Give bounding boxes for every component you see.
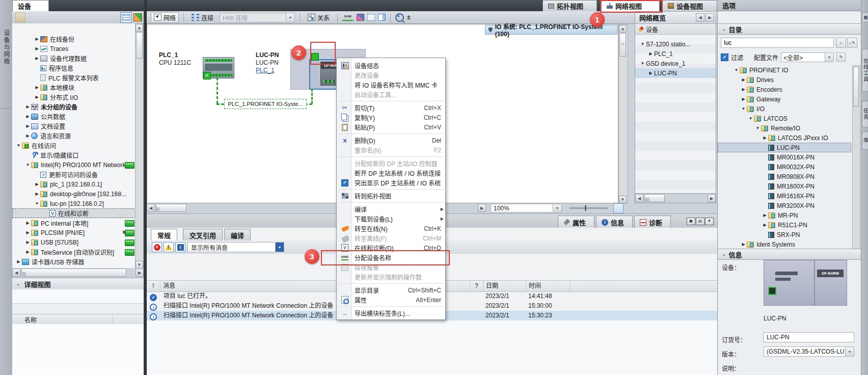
- scroll-left-button[interactable]: ◀: [635, 194, 643, 202]
- scroll-up-button[interactable]: ▲: [619, 25, 627, 33]
- overview-row-station[interactable]: ▼S7-1200 statio...: [635, 39, 716, 49]
- tab-diagnostics[interactable]: 诊断: [634, 216, 671, 228]
- catalog-remote-io[interactable]: ▼Remote/IO: [718, 123, 851, 133]
- catalog-encoders[interactable]: ▶Encoders: [718, 85, 851, 94]
- tree-item-teleservice[interactable]: ▶TeleService [自动协议识别]: [12, 247, 137, 257]
- catalog-luc-pn[interactable]: LUC-PN: [718, 143, 851, 152]
- column-exclamation[interactable]: !: [147, 281, 160, 291]
- scroll-thumb[interactable]: [619, 33, 626, 57]
- scroll-right-button[interactable]: ▶: [478, 204, 486, 212]
- tab-info[interactable]: i 信息: [596, 216, 633, 228]
- zoom-fit-icon[interactable]: ±: [407, 14, 411, 21]
- tree-item-local-modules[interactable]: ▶本地模块: [12, 83, 137, 92]
- scroll-right-button[interactable]: ▶: [135, 269, 144, 277]
- tree-item-pc-internal[interactable]: ▶PC internal [本地]: [12, 218, 137, 228]
- fit-to-view-icon[interactable]: [613, 203, 623, 213]
- hmi-connection-select[interactable]: HMI 连接 ▼: [220, 13, 295, 22]
- dropdown-arrow-icon[interactable]: ▼: [286, 13, 294, 22]
- menu-assign-to-new-master[interactable]: 分配给新的 DP 主站/IO 控制器: [337, 158, 445, 168]
- info-section-header[interactable]: ⌄ 信息: [718, 249, 861, 260]
- tree-item-traces[interactable]: ▶Traces: [12, 44, 137, 53]
- filter-checkbox[interactable]: ✔: [721, 53, 728, 61]
- relations-button[interactable]: 关系: [305, 12, 333, 23]
- profinet-bus-label[interactable]: PLC_1.PROFINET IO-Syste...: [224, 99, 307, 109]
- zoom-level-select[interactable]: 100% ▼: [491, 204, 562, 212]
- catalog-profinet-io[interactable]: ▼PROFINET IO: [718, 65, 851, 75]
- search-icon[interactable]: ⌕: [836, 38, 846, 48]
- menu-go-online[interactable]: 转至在线(N)Ctrl+K: [337, 224, 445, 233]
- overview-row-luc-pn[interactable]: ▶LUC-PN: [635, 68, 716, 78]
- split-pane-icon[interactable]: [378, 14, 386, 21]
- tree-item-update-accessible[interactable]: ?更新可访问的设备: [12, 170, 137, 179]
- catalog-ident-systems[interactable]: ▶Ident Systems: [718, 239, 851, 249]
- tree-item-distributed-io[interactable]: ▶分布式 I/O: [12, 92, 137, 102]
- scroll-down-button[interactable]: ▼: [135, 261, 143, 269]
- tab-devices[interactable]: 设备: [12, 0, 49, 11]
- column-time[interactable]: 时间: [526, 281, 569, 291]
- float-pane-icon[interactable]: ▣: [687, 218, 695, 225]
- tree-horizontal-scrollbar[interactable]: ◀ |||| ▶: [12, 268, 144, 277]
- catalog-mr0808x[interactable]: MR0808X-PN: [718, 172, 851, 181]
- overview-horizontal-scrollbar[interactable]: ◀ |||| ▶: [635, 193, 716, 203]
- catalog-r51c1-pn[interactable]: ▶R51C1-PN: [718, 220, 851, 230]
- menu-download-to-device[interactable]: 下载到设备(L)▶: [337, 214, 445, 224]
- overview-row-gsd-device[interactable]: ▼GSD device_1: [635, 59, 716, 68]
- overview-column-header[interactable]: 设备: [635, 24, 716, 35]
- grid-icon[interactable]: [367, 14, 375, 21]
- tree-item-ungrouped-devices[interactable]: ▶未分组的设备: [12, 102, 137, 112]
- tree-item-doc-settings[interactable]: ▶文档设置: [12, 121, 137, 131]
- dock-pane-icon[interactable]: ▤: [696, 218, 704, 225]
- scroll-left-button[interactable]: ◀: [12, 269, 20, 277]
- tree-item-program-info[interactable]: 程序信息: [12, 63, 137, 73]
- tab-general[interactable]: 常规: [151, 229, 177, 240]
- assign-device-name-icon[interactable]: NAME: [342, 14, 354, 21]
- tree-item-usb[interactable]: ▶USB [S7USB]: [12, 237, 137, 247]
- catalog-mr3200x[interactable]: MR3200X-PN: [718, 201, 851, 210]
- info-version-select[interactable]: (GSDML-V2.35-LATCOS-LUC ▼: [764, 346, 854, 357]
- collapse-pane-icon[interactable]: ▼: [705, 218, 714, 225]
- tab-properties[interactable]: 属性: [558, 216, 594, 228]
- menu-disconnect-from-io-system[interactable]: 断开 DP 主站系统 / IO 系统连接: [337, 168, 445, 178]
- profile-select[interactable]: <全部> ▼: [781, 52, 834, 62]
- catalog-mr1600x[interactable]: MR1600X-PN: [718, 181, 851, 191]
- luc-controller-link[interactable]: PLC_1: [256, 67, 279, 74]
- menu-show-catalog[interactable]: 显示目录Ctrl+Shift+C: [337, 285, 445, 295]
- tree-item-intel-nic[interactable]: ▼Intel(R) PRO/1000 MT Network ...: [12, 160, 137, 170]
- scroll-thumb[interactable]: [136, 32, 143, 59]
- scroll-left-button[interactable]: ◀: [147, 204, 155, 212]
- tree-item-online-access[interactable]: ▼在线访问: [12, 141, 137, 150]
- tree-item-common-data[interactable]: ▶公共数据: [12, 112, 137, 121]
- scroll-thumb[interactable]: ||||: [21, 269, 126, 277]
- sync-icon[interactable]: [132, 12, 143, 22]
- catalog-drives[interactable]: ▶Drives: [718, 75, 851, 85]
- scroll-up-button[interactable]: ▲: [135, 24, 143, 32]
- dropdown-arrow-icon[interactable]: ▼: [845, 347, 854, 356]
- menu-delete[interactable]: ×删除(D)Del: [337, 136, 445, 145]
- tree-item-online-diagnostics[interactable]: V在线和诊断: [12, 208, 137, 218]
- column-question[interactable]: ?: [470, 281, 483, 291]
- catalog-mr0016x[interactable]: MR0016X-PN: [718, 152, 851, 162]
- canvas-vertical-scrollbar[interactable]: ▲ ▼: [618, 24, 628, 204]
- search-options-icon[interactable]: ⌕✎: [847, 38, 857, 48]
- tab-topology-view[interactable]: 拓扑视图: [542, 0, 597, 11]
- scroll-right-button[interactable]: ▶: [708, 194, 716, 202]
- catalog-mr0032x[interactable]: MR0032X-PN: [718, 162, 851, 172]
- menu-write-io-name-to-mmc[interactable]: 将 IO 设备名称写入到 MMC 卡: [337, 80, 445, 90]
- scroll-down-button[interactable]: ▼: [619, 196, 627, 203]
- catalog-srx-pn[interactable]: SRX-PN: [718, 230, 851, 239]
- catalog-search-input[interactable]: [721, 39, 833, 47]
- menu-properties[interactable]: 属性Alt+Enter: [337, 295, 445, 305]
- message-filter-select[interactable]: 显示所有消息 ▼: [187, 242, 284, 252]
- menu-cut[interactable]: ✂剪切(T)Ctrl+X: [337, 103, 445, 113]
- tree-item-desktop[interactable]: ▶desktop-g8r0noe [192.168...: [12, 189, 137, 199]
- tree-vertical-scrollbar[interactable]: ▲ ▼: [135, 23, 144, 269]
- catalog-section-header[interactable]: ⌄ 目录: [718, 23, 861, 35]
- menu-rename[interactable]: 重命名(N)F2: [337, 145, 445, 155]
- tab-device-view[interactable]: 设备视图: [662, 0, 717, 11]
- tree-view-toggle-icon[interactable]: [120, 12, 132, 23]
- tree-item-languages[interactable]: ▶语言和资源: [12, 131, 137, 141]
- rail-tab-libraries[interactable]: 库: [862, 131, 868, 150]
- tree-item-plcsim[interactable]: ▶PLCSIM [PN/IE]×: [12, 228, 137, 237]
- info-order-value[interactable]: LUC-PN: [764, 332, 854, 342]
- rail-tab-online-tools[interactable]: 在线工具: [862, 49, 868, 92]
